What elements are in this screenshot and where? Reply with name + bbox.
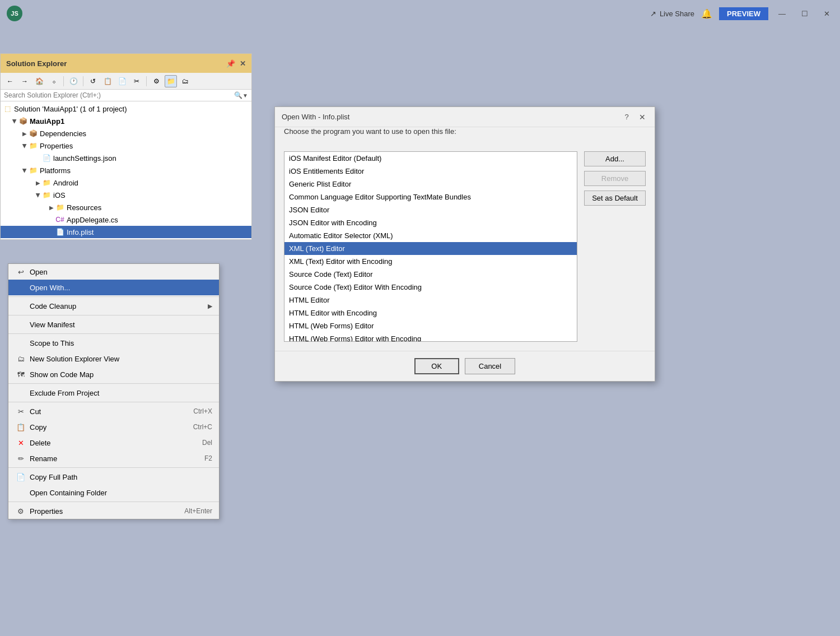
set-as-default-button[interactable]: Set as Default bbox=[584, 191, 646, 206]
ctx-sep-1 bbox=[8, 296, 219, 297]
solution-label: Solution 'MauiApp1' (1 of 1 project) bbox=[14, 105, 127, 113]
editor-item-11[interactable]: HTML Editor bbox=[284, 294, 577, 307]
editor-item-3[interactable]: Common Language Editor Supporting TextMa… bbox=[284, 191, 577, 203]
toolbar-paste-btn[interactable]: 📄 bbox=[116, 75, 128, 87]
tree-item-resources[interactable]: ▶ 📁 Resources bbox=[1, 201, 251, 213]
search-dropdown-icon[interactable]: ▼ bbox=[242, 92, 248, 99]
solution-explorer-panel: Solution Explorer 📌 ✕ ← → 🏠 ⬦ 🕐 ↺ 📋 📄 ✂ … bbox=[0, 53, 252, 240]
ctx-code-cleanup[interactable]: Code Cleanup ▶ bbox=[8, 298, 219, 314]
ctx-new-solution-view[interactable]: 🗂 New Solution Explorer View bbox=[8, 351, 219, 366]
editor-item-1[interactable]: iOS Entitlements Editor bbox=[284, 165, 577, 178]
ctx-rename[interactable]: ✏ Rename F2 bbox=[8, 451, 219, 466]
editor-item-13[interactable]: HTML (Web Forms) Editor bbox=[284, 319, 577, 332]
toolbar-home-btn[interactable]: 🏠 bbox=[33, 75, 45, 87]
dialog-description: Choose the program you want to use to op… bbox=[275, 127, 655, 142]
copy-icon: 📋 bbox=[15, 423, 26, 431]
ctx-copy-full-path[interactable]: 📄 Copy Full Path bbox=[8, 469, 219, 485]
ctx-view-manifest[interactable]: View Manifest bbox=[8, 317, 219, 332]
toolbar-node-btn[interactable]: 🗂 bbox=[179, 75, 192, 87]
toolbar-history-btn[interactable]: 🕐 bbox=[67, 75, 80, 87]
ctx-open[interactable]: ↩ Open bbox=[8, 264, 219, 280]
ctx-copy[interactable]: 📋 Copy Ctrl+C bbox=[8, 419, 219, 435]
preview-button[interactable]: PREVIEW bbox=[719, 7, 768, 20]
editor-item-10[interactable]: Source Code (Text) Editor With Encoding bbox=[284, 281, 577, 294]
tree-item-appdelegate[interactable]: ▶ C# AppDelegate.cs bbox=[1, 213, 251, 226]
launchsettings-label: launchSettings.json bbox=[53, 154, 116, 163]
ctx-show-on-code-map[interactable]: 🗺 Show on Code Map bbox=[8, 366, 219, 382]
se-search-bar[interactable]: 🔍 ▼ bbox=[1, 90, 251, 101]
tree-item-ios[interactable]: ▶ 📁 iOS bbox=[1, 189, 251, 201]
toolbar-view-btn[interactable]: 📁 bbox=[165, 75, 177, 87]
properties-arrow: ▶ bbox=[22, 142, 28, 150]
editor-item-2[interactable]: Generic Plist Editor bbox=[284, 178, 577, 191]
dialog-title-bar: Open With - Info.plist ? ✕ bbox=[275, 107, 655, 127]
tree-item-infoplist[interactable]: ▶ 📄 Info.plist bbox=[1, 226, 251, 238]
add-button[interactable]: Add... bbox=[584, 151, 646, 166]
title-bar: JS ↗ Live Share 🔔 PREVIEW — ☐ ✕ bbox=[0, 0, 840, 27]
tree-item-properties[interactable]: ▶ 📁 Properties bbox=[1, 140, 251, 152]
toolbar-filter-btn[interactable]: ⬦ bbox=[48, 75, 60, 87]
toolbar-properties-btn[interactable]: ⚙ bbox=[150, 75, 162, 87]
tree-item-launchsettings[interactable]: ▶ 📄 launchSettings.json bbox=[1, 152, 251, 164]
android-arrow: ▶ bbox=[34, 180, 42, 186]
platforms-arrow: ▶ bbox=[22, 166, 28, 174]
properties-icon: ⚙ bbox=[15, 507, 26, 516]
ctx-exclude-from-project[interactable]: Exclude From Project bbox=[8, 385, 219, 401]
editor-item-5[interactable]: JSON Editor with Encoding bbox=[284, 216, 577, 229]
ctx-open-with[interactable]: Open With... bbox=[8, 280, 219, 295]
cut-icon: ✂ bbox=[15, 407, 26, 416]
close-button[interactable]: ✕ bbox=[820, 8, 833, 19]
dialog-action-buttons: Add... Remove Set as Default bbox=[584, 151, 646, 342]
toolbar-refresh-btn[interactable]: ↺ bbox=[87, 75, 99, 87]
tree-item-dependencies[interactable]: ▶ 📦 Dependencies bbox=[1, 127, 251, 140]
resources-label: Resources bbox=[67, 203, 101, 212]
toolbar-forward-btn[interactable]: → bbox=[18, 75, 31, 87]
editor-item-7[interactable]: XML (Text) Editor bbox=[284, 242, 577, 255]
live-share-button[interactable]: ↗ Live Share bbox=[650, 10, 694, 18]
tree-item-project[interactable]: ▶ 📦 MauiApp1 bbox=[1, 115, 251, 127]
remove-button[interactable]: Remove bbox=[584, 171, 646, 186]
editor-item-0[interactable]: iOS Manifest Editor (Default) bbox=[284, 152, 577, 165]
editor-item-12[interactable]: HTML Editor with Encoding bbox=[284, 307, 577, 319]
tree-item-platforms[interactable]: ▶ 📁 Platforms bbox=[1, 164, 251, 177]
minimize-button[interactable]: — bbox=[775, 8, 789, 19]
tree-item-solution[interactable]: ⬚ Solution 'MauiApp1' (1 of 1 project) bbox=[1, 103, 251, 115]
appdelegate-label: AppDelegate.cs bbox=[67, 216, 118, 224]
search-input[interactable] bbox=[4, 91, 234, 99]
toolbar-copy-btn[interactable]: 📋 bbox=[101, 75, 114, 87]
resources-arrow: ▶ bbox=[48, 205, 55, 211]
solution-tree: ⬚ Solution 'MauiApp1' (1 of 1 project) ▶… bbox=[1, 101, 251, 239]
dialog-title: Open With - Info.plist bbox=[282, 113, 349, 121]
live-share-icon: ↗ bbox=[650, 10, 656, 18]
se-close-icon[interactable]: ✕ bbox=[240, 59, 246, 68]
dialog-help-button[interactable]: ? bbox=[621, 112, 632, 123]
ctx-open-containing-folder[interactable]: Open Containing Folder bbox=[8, 485, 219, 500]
ok-button[interactable]: OK bbox=[414, 358, 459, 374]
ctx-properties[interactable]: ⚙ Properties Alt+Enter bbox=[8, 503, 219, 519]
dialog-body: iOS Manifest Editor (Default) iOS Entitl… bbox=[275, 142, 655, 351]
editor-item-4[interactable]: JSON Editor bbox=[284, 203, 577, 216]
editor-item-9[interactable]: Source Code (Text) Editor bbox=[284, 268, 577, 281]
toolbar-cut-btn[interactable]: ✂ bbox=[130, 75, 143, 87]
toolbar-separator-2 bbox=[83, 76, 83, 86]
ctx-delete[interactable]: ✕ Delete Del bbox=[8, 435, 219, 451]
code-cleanup-arrow: ▶ bbox=[208, 303, 212, 310]
platforms-icon: 📁 bbox=[29, 166, 38, 175]
project-arrow: ▶ bbox=[12, 117, 18, 125]
tree-item-android[interactable]: ▶ 📁 Android bbox=[1, 177, 251, 189]
dialog-close-button[interactable]: ✕ bbox=[637, 112, 648, 123]
editor-item-8[interactable]: XML (Text) Editor with Encoding bbox=[284, 255, 577, 268]
maximize-button[interactable]: ☐ bbox=[798, 8, 811, 19]
se-pin-icon[interactable]: 📌 bbox=[226, 59, 235, 68]
open-with-dialog: Open With - Info.plist ? ✕ Choose the pr… bbox=[274, 106, 655, 382]
editor-item-6[interactable]: Automatic Editor Selector (XML) bbox=[284, 229, 577, 242]
editor-list[interactable]: iOS Manifest Editor (Default) iOS Entitl… bbox=[284, 151, 577, 342]
ctx-cut[interactable]: ✂ Cut Ctrl+X bbox=[8, 403, 219, 419]
cancel-button[interactable]: Cancel bbox=[465, 358, 515, 374]
infoplist-label: Info.plist bbox=[67, 228, 94, 236]
toolbar-separator-1 bbox=[63, 76, 64, 86]
ctx-scope-to-this[interactable]: Scope to This bbox=[8, 335, 219, 351]
editor-item-14[interactable]: HTML (Web Forms) Editor with Encoding bbox=[284, 332, 577, 342]
feedback-icon[interactable]: 🔔 bbox=[701, 8, 712, 19]
toolbar-back-btn[interactable]: ← bbox=[4, 75, 16, 87]
